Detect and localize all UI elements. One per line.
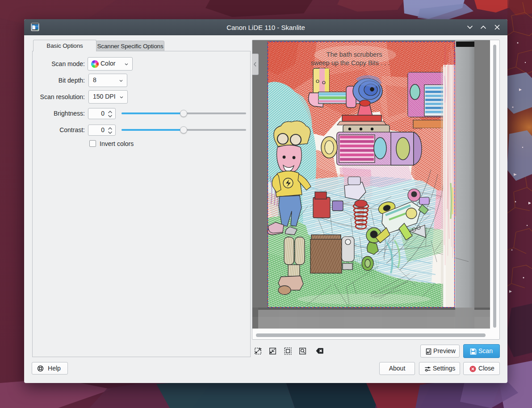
- svg-text:The bath scrubbers: The bath scrubbers: [327, 51, 382, 58]
- svg-text:sweep up the Copy Bits . . .: sweep up the Copy Bits . . .: [311, 59, 390, 67]
